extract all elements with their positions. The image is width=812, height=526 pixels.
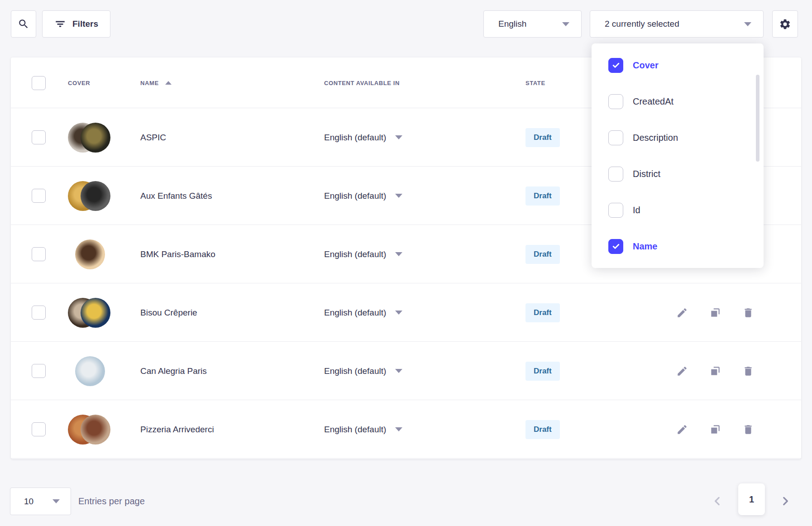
duplicate-button[interactable] bbox=[709, 307, 721, 319]
status-badge: Draft bbox=[525, 362, 560, 381]
column-label: CreatedAt bbox=[633, 96, 673, 107]
gear-icon bbox=[779, 18, 791, 30]
column-toggle-id[interactable]: Id bbox=[592, 192, 764, 228]
column-checkbox[interactable] bbox=[608, 130, 623, 145]
select-all-checkbox[interactable] bbox=[32, 76, 46, 90]
page-number: 1 bbox=[749, 494, 754, 505]
cover-avatars bbox=[68, 415, 140, 445]
duplicate-icon bbox=[709, 424, 721, 435]
locale-value: English (default) bbox=[324, 191, 386, 201]
duplicate-button[interactable] bbox=[709, 365, 721, 377]
column-label: District bbox=[633, 169, 660, 179]
chevron-down-icon bbox=[53, 499, 60, 503]
locale-select[interactable]: English bbox=[483, 10, 582, 38]
column-checkbox[interactable] bbox=[608, 58, 623, 73]
entry-name: Bisou Crêperie bbox=[140, 308, 324, 318]
cover-avatar bbox=[81, 181, 110, 211]
chevron-down-icon bbox=[395, 311, 402, 315]
cover-avatars bbox=[68, 181, 140, 211]
column-toggle-district[interactable]: District bbox=[592, 156, 764, 192]
locale-dropdown[interactable]: English (default) bbox=[324, 133, 520, 143]
locale-dropdown[interactable]: English (default) bbox=[324, 308, 520, 318]
edit-button[interactable] bbox=[676, 365, 688, 377]
column-label: Id bbox=[633, 205, 640, 215]
cover-avatar bbox=[75, 239, 105, 269]
status-badge: Draft bbox=[525, 186, 560, 206]
row-checkbox[interactable] bbox=[32, 130, 46, 144]
cover-avatars bbox=[68, 123, 140, 153]
entries-per-page-label: Entries per page bbox=[78, 496, 145, 507]
column-toggle-name[interactable]: Name bbox=[592, 228, 764, 264]
locale-dropdown[interactable]: English (default) bbox=[324, 191, 520, 201]
locale-value: English (default) bbox=[324, 366, 386, 376]
delete-button[interactable] bbox=[742, 307, 754, 319]
page-size-select[interactable]: 10 bbox=[10, 488, 71, 515]
search-button[interactable] bbox=[11, 10, 36, 38]
filter-icon bbox=[54, 18, 66, 30]
pencil-icon bbox=[676, 424, 688, 435]
column-checkbox[interactable] bbox=[608, 239, 623, 254]
column-checkbox[interactable] bbox=[608, 203, 623, 218]
chevron-left-icon bbox=[712, 495, 723, 507]
page-size-value: 10 bbox=[24, 497, 33, 507]
column-label: Name bbox=[633, 241, 657, 252]
column-checkbox[interactable] bbox=[608, 94, 623, 109]
header-name[interactable]: NAME bbox=[140, 80, 159, 86]
row-checkbox[interactable] bbox=[32, 189, 46, 203]
cover-avatar bbox=[81, 415, 110, 445]
sort-ascending-icon bbox=[165, 81, 172, 85]
cover-avatars bbox=[68, 239, 140, 269]
locale-dropdown[interactable]: English (default) bbox=[324, 425, 520, 435]
status-badge: Draft bbox=[525, 420, 560, 439]
status-badge: Draft bbox=[525, 245, 560, 264]
chevron-down-icon bbox=[395, 427, 402, 431]
chevron-down-icon bbox=[395, 252, 402, 256]
entry-name: BMK Paris-Bamako bbox=[140, 249, 324, 259]
chevron-down-icon bbox=[562, 22, 569, 26]
filters-button[interactable]: Filters bbox=[42, 10, 110, 38]
settings-button[interactable] bbox=[772, 10, 798, 38]
row-checkbox[interactable] bbox=[32, 306, 46, 320]
panel-scrollbar[interactable] bbox=[756, 75, 759, 162]
duplicate-button[interactable] bbox=[709, 424, 721, 435]
columns-select[interactable]: 2 currently selected bbox=[590, 10, 764, 38]
previous-page-button[interactable] bbox=[712, 495, 723, 507]
cover-avatars bbox=[68, 298, 140, 328]
entry-name: Can Alegria Paris bbox=[140, 366, 324, 376]
trash-icon bbox=[742, 365, 754, 377]
divider bbox=[11, 458, 801, 459]
row-checkbox[interactable] bbox=[32, 364, 46, 378]
trash-icon bbox=[742, 424, 754, 435]
locale-dropdown[interactable]: English (default) bbox=[324, 366, 520, 376]
edit-button[interactable] bbox=[676, 307, 688, 319]
header-content-available-in: CONTENT AVAILABLE IN bbox=[324, 80, 400, 86]
entry-name: Pizzeria Arrivederci bbox=[140, 425, 324, 435]
cover-avatars bbox=[68, 356, 140, 386]
edit-button[interactable] bbox=[676, 424, 688, 435]
chevron-down-icon bbox=[395, 135, 402, 139]
cover-avatar bbox=[75, 356, 105, 386]
locale-dropdown[interactable]: English (default) bbox=[324, 249, 520, 259]
column-toggle-description[interactable]: Description bbox=[592, 120, 764, 156]
entry-name: ASPIC bbox=[140, 133, 324, 143]
trash-icon bbox=[742, 307, 754, 319]
row-checkbox[interactable] bbox=[32, 422, 46, 436]
delete-button[interactable] bbox=[742, 424, 754, 435]
column-toggle-cover[interactable]: Cover bbox=[592, 47, 764, 83]
chevron-down-icon bbox=[744, 22, 751, 26]
chevron-right-icon bbox=[779, 495, 791, 507]
delete-button[interactable] bbox=[742, 365, 754, 377]
row-checkbox[interactable] bbox=[32, 247, 46, 261]
page-1-button[interactable]: 1 bbox=[738, 483, 765, 515]
column-toggle-createdat[interactable]: CreatedAt bbox=[592, 83, 764, 120]
duplicate-icon bbox=[709, 365, 721, 377]
status-badge: Draft bbox=[525, 128, 560, 147]
header-cover: COVER bbox=[68, 80, 90, 86]
locale-value: English (default) bbox=[324, 308, 386, 318]
filters-label: Filters bbox=[72, 19, 98, 29]
column-checkbox[interactable] bbox=[608, 167, 623, 182]
check-icon bbox=[611, 242, 621, 251]
check-icon bbox=[611, 61, 621, 70]
next-page-button[interactable] bbox=[779, 495, 791, 507]
chevron-down-icon bbox=[395, 369, 402, 373]
